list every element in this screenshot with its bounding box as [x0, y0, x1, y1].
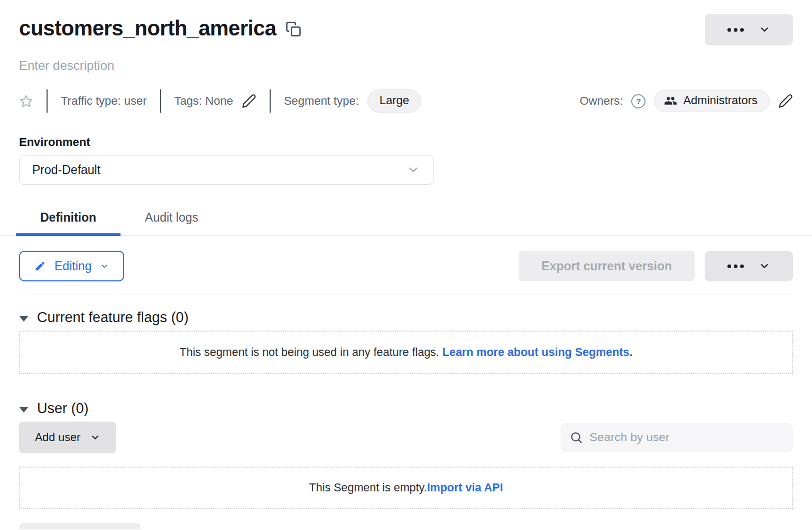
- user-controls-row: Add user: [19, 422, 793, 453]
- tab-definition[interactable]: Definition: [16, 204, 121, 235]
- search-icon: [569, 431, 583, 444]
- description-field[interactable]: Enter description: [19, 58, 793, 73]
- user-empty-text: This Segment is empty.Import via API: [309, 481, 503, 495]
- editing-label: Editing: [54, 259, 91, 273]
- copy-icon[interactable]: [285, 21, 301, 37]
- edit-owners-icon[interactable]: [778, 94, 793, 108]
- definition-more-button[interactable]: [705, 251, 793, 281]
- feature-flags-empty-text: This segment is not being used in any fe…: [180, 346, 633, 359]
- title-wrap: customers_north_america: [19, 14, 301, 42]
- segment-detail-page: customers_north_america Enter descriptio…: [0, 14, 812, 529]
- star-icon[interactable]: [19, 94, 33, 108]
- owners-badge[interactable]: Administrators: [654, 90, 770, 112]
- feature-flags-section-title: Current feature flags (0): [37, 309, 189, 326]
- chevron-down-icon: [759, 260, 770, 272]
- partial-bottom-button[interactable]: [19, 523, 141, 529]
- owners-label: Owners:: [579, 94, 623, 108]
- edit-tags-icon[interactable]: [242, 94, 256, 108]
- segment-type-group: Segment type: Large: [284, 89, 421, 113]
- chevron-down-icon: [100, 262, 109, 271]
- tab-bar: Definition Audit logs: [0, 204, 812, 236]
- page-title: customers_north_america: [19, 14, 276, 42]
- chevron-down-icon: [759, 24, 770, 35]
- collapse-triangle-icon: [19, 316, 29, 322]
- ellipsis-icon: [727, 264, 744, 268]
- user-empty-state: This Segment is empty.Import via API: [19, 467, 793, 509]
- segment-type-label: Segment type:: [284, 94, 359, 108]
- page-header: customers_north_america: [19, 14, 793, 45]
- divider-vertical: [47, 89, 48, 113]
- user-section-header[interactable]: User (0): [19, 400, 793, 417]
- user-section-title: User (0): [37, 400, 89, 417]
- divider-horizontal: [19, 295, 793, 295]
- import-via-api-link[interactable]: Import via API: [427, 481, 503, 494]
- people-icon: [664, 94, 677, 107]
- feature-flags-empty-state: This segment is not being used in any fe…: [19, 331, 793, 374]
- export-current-version-button[interactable]: Export current version: [519, 251, 695, 281]
- segment-type-badge: Large: [367, 89, 421, 113]
- collapse-triangle-icon: [19, 407, 29, 413]
- chevron-down-icon: [407, 163, 420, 177]
- divider-vertical: [270, 89, 271, 113]
- tags-label: Tags: None: [174, 94, 233, 108]
- editing-mode-button[interactable]: Editing: [19, 251, 124, 281]
- environment-label: Environment: [19, 135, 793, 149]
- header-more-button[interactable]: [705, 14, 793, 45]
- meta-left: Traffic type: user Tags: None Segment ty…: [19, 89, 421, 113]
- help-icon[interactable]: ?: [631, 94, 645, 108]
- definition-toolbar: Editing Export current version: [19, 251, 793, 281]
- add-user-label: Add user: [35, 431, 80, 444]
- meta-row: Traffic type: user Tags: None Segment ty…: [19, 89, 793, 113]
- feature-flags-section-header[interactable]: Current feature flags (0): [19, 309, 793, 326]
- user-search-box: [560, 423, 793, 452]
- toolbar-right: Export current version: [519, 251, 793, 281]
- learn-more-segments-link[interactable]: Learn more about using Segments.: [442, 346, 633, 359]
- chevron-down-icon: [90, 432, 100, 443]
- search-by-user-input[interactable]: [589, 431, 784, 444]
- tags-group: Tags: None: [174, 94, 256, 108]
- owners-group: Owners: ? Administrators: [579, 90, 793, 112]
- add-user-button[interactable]: Add user: [19, 422, 116, 453]
- pencil-icon: [34, 260, 46, 272]
- tab-audit-logs[interactable]: Audit logs: [121, 204, 223, 235]
- ellipsis-icon: [727, 28, 744, 32]
- environment-select[interactable]: Prod-Default: [19, 155, 433, 185]
- traffic-type-label: Traffic type: user: [61, 94, 147, 108]
- owners-value: Administrators: [683, 94, 758, 107]
- environment-selected-value: Prod-Default: [32, 163, 100, 177]
- divider-vertical: [160, 89, 161, 113]
